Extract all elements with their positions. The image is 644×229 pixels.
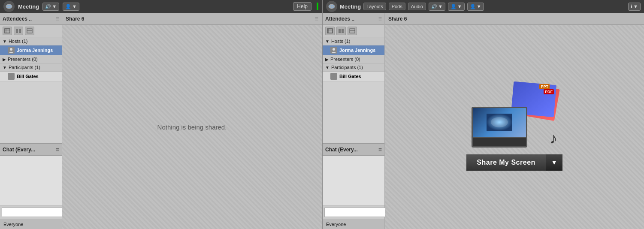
right-everyone-row: Everyone xyxy=(323,219,384,229)
right-participant-item[interactable]: Bill Gates xyxy=(323,72,384,81)
right-attendees-list: ▼ Hosts (1) Jorma Jennings ▶ Presenters … xyxy=(323,37,384,143)
svg-rect-3 xyxy=(5,29,10,33)
left-attendees-list: ▼ Hosts (1) Jorma Jennings ▶ Present xyxy=(0,37,62,143)
right-att-icon-1[interactable] xyxy=(325,27,335,35)
left-chat-input-row: 💬 xyxy=(0,205,62,219)
svg-point-12 xyxy=(10,48,12,51)
left-att-icon-2[interactable] xyxy=(14,27,23,35)
right-chat-input-row: 💬 xyxy=(323,205,384,219)
svg-rect-7 xyxy=(19,29,21,31)
help-button[interactable]: Help xyxy=(293,2,311,11)
left-chat-menu-icon[interactable]: ≡ xyxy=(56,146,59,153)
right-participant-avatar xyxy=(330,73,337,80)
right-chat-menu-icon[interactable]: ≡ xyxy=(378,146,382,153)
svg-rect-22 xyxy=(339,31,341,33)
right-user-icon: 👤 xyxy=(450,4,457,9)
left-att-icon-1[interactable] xyxy=(3,27,12,35)
left-presenters-section[interactable]: ▶ Presenters (0) xyxy=(0,55,62,63)
right-top-bar: Meeting Layouts Pods Audio 🔊 ▼ 👤 ▼ 👤 ▼ ℹ… xyxy=(323,0,644,13)
right-att-icon-3[interactable] xyxy=(348,27,357,35)
left-everyone-label: Everyone xyxy=(3,222,23,227)
right-participant-name: Bill Gates xyxy=(339,74,361,79)
pdf-label: PDF xyxy=(544,89,554,94)
right-share-user-icon: 👤 xyxy=(470,4,476,9)
audio-button[interactable]: Audio xyxy=(408,3,426,10)
share-btn-row: Share My Screen ▼ xyxy=(466,154,562,171)
right-participants-label: Participants (1) xyxy=(331,65,363,70)
monitor-stand xyxy=(473,137,526,146)
left-panel: Meeting 🔊 ▼ 👤 ▼ Help Attendees .. ≡ xyxy=(0,0,322,229)
left-chat-title: Chat (Every... xyxy=(3,147,35,153)
share-my-screen-widget: PPT PDF xyxy=(466,83,562,171)
right-attendees-icons xyxy=(323,25,384,37)
right-attendees-menu-icon[interactable]: ≡ xyxy=(378,15,382,22)
svg-point-27 xyxy=(333,74,335,77)
right-audio-btn[interactable]: 🔊 ▼ xyxy=(429,3,445,11)
svg-rect-24 xyxy=(350,29,355,33)
user-dropdown-icon: ▼ xyxy=(72,4,77,9)
left-logo-icon xyxy=(3,1,15,12)
right-logo-icon xyxy=(326,1,337,12)
left-att-icon-3[interactable] xyxy=(25,27,34,35)
svg-rect-6 xyxy=(16,29,18,31)
left-chat-input[interactable] xyxy=(2,208,65,217)
right-presenters-section[interactable]: ▶ Presenters (0) xyxy=(323,55,384,63)
share-my-screen-dropdown-button[interactable]: ▼ xyxy=(546,154,562,171)
right-chat-area xyxy=(323,156,384,205)
right-presenters-label: Presenters (0) xyxy=(330,57,360,62)
right-hosts-arrow: ▼ xyxy=(325,39,330,44)
right-host-avatar xyxy=(330,47,337,54)
right-info-btn[interactable]: ℹ ▼ xyxy=(628,3,641,11)
left-attendees-icons xyxy=(0,25,62,37)
left-share-panel: Share 6 ≡ Nothing is being shared. xyxy=(62,13,322,229)
svg-rect-20 xyxy=(339,29,341,31)
pods-button[interactable]: Pods xyxy=(389,3,405,10)
svg-point-26 xyxy=(333,48,335,51)
audio-dropdown-icon: ▼ xyxy=(52,4,57,9)
svg-rect-17 xyxy=(327,29,333,33)
share-dropdown-arrow-icon: ▼ xyxy=(551,159,557,166)
share-icon-stack: PPT PDF xyxy=(472,83,557,148)
right-participants-section[interactable]: ▼ Participants (1) xyxy=(323,63,384,72)
share-my-screen-button[interactable]: Share My Screen xyxy=(466,154,545,171)
svg-rect-23 xyxy=(342,31,344,33)
right-host-item[interactable]: Jorma Jennings xyxy=(323,45,384,55)
left-participants-section[interactable]: ▼ Participants (1) xyxy=(0,63,62,72)
svg-rect-8 xyxy=(16,31,18,33)
left-participants-label: Participants (1) xyxy=(9,65,40,70)
left-user-btn[interactable]: 👤 ▼ xyxy=(63,3,79,11)
left-nothing-shared: Nothing is being shared. xyxy=(157,124,227,131)
left-host-name: Jorma Jennings xyxy=(17,48,53,53)
layouts-button[interactable]: Layouts xyxy=(363,3,386,10)
svg-rect-9 xyxy=(19,31,21,33)
left-attendees-menu-icon[interactable]: ≡ xyxy=(56,15,59,22)
right-share-header: Share 6 xyxy=(385,13,644,25)
right-share-title: Share 6 xyxy=(388,16,407,22)
left-participant-item[interactable]: Bill Gates xyxy=(0,72,62,81)
right-att-icon-2[interactable] xyxy=(336,27,346,35)
left-hosts-section[interactable]: ▼ Hosts (1) xyxy=(0,37,62,45)
svg-rect-10 xyxy=(27,29,32,33)
right-attendees-header: Attendees .. ≡ xyxy=(323,13,384,25)
left-participant-name: Bill Gates xyxy=(17,74,39,79)
left-attendees-panel: Attendees .. ≡ xyxy=(0,13,62,229)
right-user-dropdown-icon: ▼ xyxy=(457,4,462,9)
info-dropdown-icon: ▼ xyxy=(633,4,638,9)
right-chat-input[interactable] xyxy=(324,208,388,217)
right-hosts-label: Hosts (1) xyxy=(331,39,351,44)
left-audio-btn[interactable]: 🔊 ▼ xyxy=(42,3,59,11)
left-share-menu-icon[interactable]: ≡ xyxy=(315,15,318,22)
right-chat-title: Chat (Every... xyxy=(325,147,358,153)
svg-rect-21 xyxy=(342,29,344,31)
right-everyone-label: Everyone xyxy=(326,222,346,227)
right-host-name: Jorma Jennings xyxy=(339,48,375,53)
speaker-icon: 🔊 xyxy=(45,4,51,9)
right-hosts-section[interactable]: ▼ Hosts (1) xyxy=(323,37,384,45)
left-presenters-label: Presenters (0) xyxy=(8,57,38,62)
right-share-user-btn[interactable]: 👤 ▼ xyxy=(467,3,484,11)
left-share-title: Share 6 xyxy=(66,16,84,22)
left-main-content: Attendees .. ≡ xyxy=(0,13,322,229)
right-main-content: Attendees .. ≡ xyxy=(323,13,644,229)
left-host-item[interactable]: Jorma Jennings xyxy=(0,45,62,55)
right-user-btn[interactable]: 👤 ▼ xyxy=(448,3,465,11)
